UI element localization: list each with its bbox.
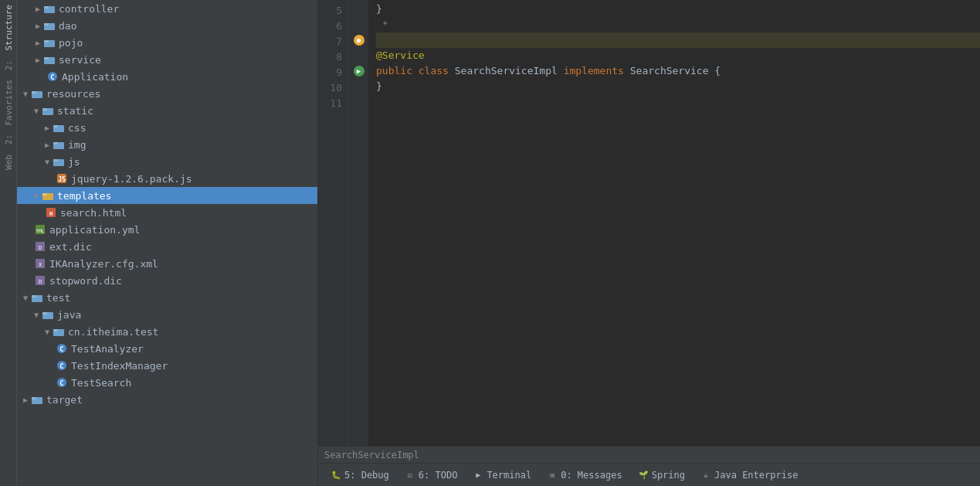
tree-item-ikanalyzer[interactable]: X IKAnalyzer.cfg.xml	[17, 255, 317, 272]
code-line-7	[376, 32, 980, 48]
tree-item-stopword-dic[interactable]: D stopword.dic	[17, 272, 317, 289]
java-icon-application: C	[46, 70, 59, 83]
messages-label: 0: Messages	[561, 470, 622, 481]
debug-button[interactable]: 🐛 5: Debug	[324, 466, 395, 484]
warning-icon: ●	[354, 35, 365, 46]
yml-icon: YML	[34, 223, 46, 236]
tree-label-stopword-dic: stopword.dic	[49, 275, 122, 287]
tree-label-templates: templates	[57, 190, 111, 202]
arrow-cn-itheima-test: ▼	[42, 328, 53, 336]
folder-icon-pojo	[43, 36, 56, 49]
tree-item-cn-itheima-test[interactable]: ▼ cn.itheima.test	[17, 323, 317, 340]
side-panel-tabs: Structure 2: Favorites 2: Web	[0, 0, 17, 486]
spring-icon: 🌱	[638, 470, 649, 481]
code-line-9: public class SearchServiceImpl implement…	[376, 63, 980, 79]
tree-item-test[interactable]: ▼ test	[17, 289, 317, 306]
code-line-5: }	[376, 2, 980, 17]
tree-item-java[interactable]: ▼ java	[17, 306, 317, 323]
tree-item-application-yml[interactable]: YML application.yml	[17, 221, 317, 238]
tree-item-controller[interactable]: ▶ controller	[17, 0, 317, 17]
arrow-templates: ▼	[31, 192, 42, 200]
messages-button[interactable]: ✉ 0: Messages	[541, 466, 628, 484]
todo-button[interactable]: ☑ 6: TODO	[398, 466, 464, 484]
code-line-8: @Service	[376, 48, 980, 63]
svg-rect-1	[44, 6, 49, 8]
tree-label-test-analyzer: TestAnalyzer	[71, 343, 144, 355]
tree-item-jquery[interactable]: JS jquery-1.2.6.pack.js	[17, 170, 317, 187]
folder-icon-java	[42, 308, 54, 321]
line-numbers: 5 6 7 8 9 10 11	[318, 2, 349, 446]
svg-rect-39	[53, 329, 58, 331]
svg-rect-15	[53, 125, 58, 127]
editor-filename: SearchServiceImpl	[324, 450, 419, 461]
tree-label-java: java	[57, 309, 81, 321]
arrow-static: ▼	[31, 107, 42, 115]
tree-item-js[interactable]: ▼ js	[17, 153, 317, 170]
arrow-js: ▼	[42, 158, 53, 166]
svg-text:C: C	[59, 379, 63, 387]
tree-item-dao[interactable]: ▶ dao	[17, 17, 317, 34]
gutter: ● ▶	[349, 2, 368, 446]
tree-label-target: target	[46, 394, 83, 406]
code-line-6: *	[376, 17, 980, 32]
tree-label-pojo: pojo	[59, 37, 83, 49]
arrow-java: ▼	[31, 311, 42, 319]
tree-item-resources[interactable]: ▼ resources	[17, 85, 317, 102]
tree-item-img[interactable]: ▶ img	[17, 136, 317, 153]
tree-label-test-search: TestSearch	[71, 377, 131, 389]
tree-item-templates[interactable]: ▼ templates	[17, 187, 317, 204]
svg-rect-23	[42, 193, 47, 195]
tree-label-resources: resources	[46, 88, 100, 100]
tree-item-ext-dic[interactable]: D ext.dic	[17, 238, 317, 255]
folder-icon-target	[31, 393, 43, 406]
svg-rect-19	[53, 159, 58, 161]
arrow-dao: ▶	[32, 22, 43, 30]
file-path-bar: SearchServiceImpl	[318, 446, 980, 463]
js-icon-jquery: JS	[56, 172, 68, 185]
web-tab[interactable]: Web	[0, 150, 16, 175]
svg-rect-35	[32, 295, 36, 297]
svg-rect-5	[44, 40, 49, 42]
svg-rect-17	[53, 142, 58, 144]
tree-item-service[interactable]: ▶ service	[17, 51, 317, 68]
tree-item-test-index-manager[interactable]: C TestIndexManager	[17, 357, 317, 374]
tree-item-application[interactable]: C Application	[17, 68, 317, 85]
tree-label-controller: controller	[59, 3, 119, 15]
tree-item-search-html[interactable]: H search.html	[17, 204, 317, 221]
java-enterprise-button[interactable]: ☕ Java Enterprise	[694, 466, 804, 484]
tab-2b[interactable]: 2:	[0, 130, 16, 149]
tree-label-ext-dic: ext.dic	[49, 241, 92, 253]
run-icon[interactable]: ▶	[354, 66, 365, 76]
svg-rect-11	[32, 91, 36, 93]
structure-tab[interactable]: Structure	[0, 0, 16, 56]
code-area[interactable]: } * @Service public class SearchServiceI…	[368, 0, 980, 446]
tree-item-test-search[interactable]: C TestSearch	[17, 374, 317, 391]
tree-item-target[interactable]: ▶ target	[17, 391, 317, 408]
folder-icon-service	[43, 53, 56, 66]
folder-icon-cn-itheima-test	[53, 325, 65, 338]
tree-item-static[interactable]: ▼ static	[17, 102, 317, 119]
tree-label-search-html: search.html	[60, 207, 127, 219]
favorites-tab[interactable]: Favorites	[0, 75, 16, 131]
svg-rect-37	[42, 312, 47, 314]
tab-2[interactable]: 2:	[0, 56, 16, 75]
arrow-test: ▼	[20, 294, 31, 302]
arrow-controller: ▶	[32, 5, 43, 13]
tree-label-static: static	[57, 105, 93, 117]
tree-label-img: img	[68, 139, 86, 151]
terminal-button[interactable]: ▶ Terminal	[466, 466, 537, 484]
spring-button[interactable]: 🌱 Spring	[632, 466, 691, 484]
tree-label-application-yml: application.yml	[49, 224, 140, 236]
svg-text:D: D	[39, 279, 42, 285]
editor-area: 5 6 7 8 9 10 11 ● ▶	[318, 0, 980, 486]
tree-label-css: css	[68, 122, 86, 134]
tree-item-css[interactable]: ▶ css	[17, 119, 317, 136]
tree-label-test-index-manager: TestIndexManager	[71, 360, 168, 372]
file-tree: ▶ controller ▶ dao ▶ pojo	[17, 0, 318, 486]
debug-label: 5: Debug	[344, 470, 389, 481]
folder-icon-img	[53, 138, 65, 151]
java-enterprise-icon: ☕	[700, 470, 711, 481]
java-enterprise-label: Java Enterprise	[714, 470, 798, 481]
tree-item-pojo[interactable]: ▶ pojo	[17, 34, 317, 51]
tree-item-test-analyzer[interactable]: C TestAnalyzer	[17, 340, 317, 357]
